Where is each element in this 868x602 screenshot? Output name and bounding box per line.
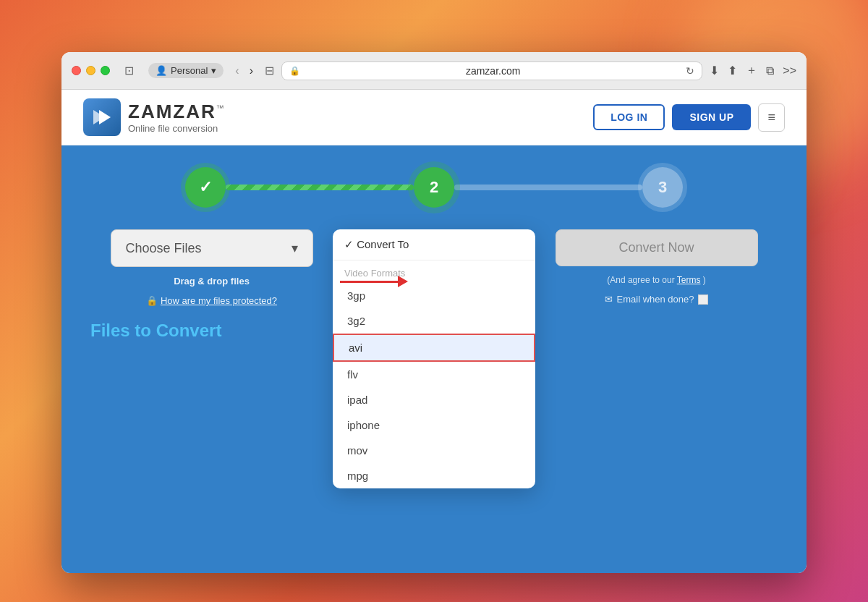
step-line-1-2 [226,185,414,190]
forward-button[interactable]: › [245,62,258,80]
traffic-lights [72,66,110,75]
site-content: ZAMZAR ™ Online file conversion LOG IN S… [61,90,807,573]
format-flv[interactable]: flv [333,362,535,387]
reader-view-button[interactable]: ⊟ [265,64,274,77]
login-button[interactable]: LOG IN [593,104,665,130]
drag-drop-text: Drag & drop files [174,276,250,287]
format-mpg[interactable]: mpg [333,463,535,488]
sidebar-toggle-button[interactable]: ⊡ [120,61,138,80]
format-iphone[interactable]: iphone [333,412,535,438]
more-icon[interactable]: >> [783,64,796,77]
reload-button[interactable]: ↻ [686,65,694,77]
convert-to-dropdown: ✓ Convert To Video Formats 3gp 3g2 avi f… [333,229,535,488]
terms-close: ) [703,275,706,285]
signup-button[interactable]: SIGN UP [672,104,751,130]
browser-window: ⊡ 👤 Personal ▾ ‹ › ⊟ 🔒 zamzar.com ↻ ⬇ ⬆ … [61,52,807,573]
format-ipad[interactable]: ipad [333,387,535,412]
arrow-line [340,281,398,283]
copy-tab-icon[interactable]: ⧉ [766,64,774,77]
terms-prefix: (And agree to our [607,275,677,285]
main-section: ✓ 2 3 Choose Files ▾ Drag & drop files 🔒 [61,145,807,573]
converter-row: Choose Files ▾ Drag & drop files 🔒 How a… [90,229,778,306]
protected-link[interactable]: 🔒 How are my files protected? [146,295,277,306]
lock-icon-small: 🔒 [146,295,158,306]
logo-name: ZAMZAR [128,101,216,123]
terms-link[interactable]: Terms [677,275,701,285]
traffic-light-green[interactable] [101,66,110,75]
profile-icon: 👤 [156,65,167,76]
lock-icon: 🔒 [289,66,300,76]
progress-area: ✓ 2 3 [90,167,778,208]
files-to-convert-highlight: Convert [156,321,222,340]
logo-icon [83,98,121,136]
svg-marker-1 [99,110,111,124]
choose-files-button[interactable]: Choose Files ▾ [111,229,313,267]
terms-text: (And agree to our Terms ) [607,275,706,285]
new-tab-icon[interactable]: ＋ [746,63,757,78]
email-row: ✉ Email when done? [605,294,709,305]
step-line-2-3 [454,185,642,190]
header-actions: LOG IN SIGN UP ≡ [593,103,785,132]
step-2-circle: 2 [414,167,454,208]
format-3g2[interactable]: 3g2 [333,308,535,334]
choose-files-section: Choose Files ▾ Drag & drop files 🔒 How a… [90,229,333,306]
back-button[interactable]: ‹ [231,62,243,80]
step-3-circle: 3 [642,167,683,208]
address-bar[interactable]: 🔒 zamzar.com ↻ [281,62,702,80]
format-avi[interactable]: avi [333,334,535,362]
email-label: Email when done? [617,294,694,305]
format-mov[interactable]: mov [333,438,535,463]
arrow-head [398,276,408,287]
logo-tm: ™ [216,103,224,112]
dropdown-header-text: ✓ Convert To [344,238,409,251]
toolbar-icons: ⬇ ⬆ ＋ ⧉ >> [710,63,796,78]
protected-link-text[interactable]: How are my files protected? [161,295,277,306]
logo-text: ZAMZAR ™ Online file conversion [128,101,224,134]
menu-button[interactable]: ≡ [758,103,785,132]
browser-titlebar: ⊡ 👤 Personal ▾ ‹ › ⊟ 🔒 zamzar.com ↻ ⬇ ⬆ … [61,52,807,90]
logo-area: ZAMZAR ™ Online file conversion [83,98,224,136]
choose-files-label: Choose Files [126,241,202,256]
profile-pill[interactable]: 👤 Personal ▾ [148,63,224,78]
nav-arrows: ‹ › [231,62,258,80]
logo-subtitle: Online file conversion [128,123,224,134]
dropdown-header: ✓ Convert To [333,229,535,260]
convert-now-section: Convert Now (And agree to our Terms ) ✉ … [535,229,778,305]
download-icon[interactable]: ⬇ [710,64,719,77]
step-1-circle: ✓ [185,167,226,208]
profile-chevron: ▾ [211,65,216,76]
convert-now-button[interactable]: Convert Now [556,229,758,266]
url-text: zamzar.com [305,65,681,77]
email-icon: ✉ [605,294,613,305]
profile-label: Personal [171,65,208,76]
traffic-light-red[interactable] [72,66,81,75]
site-header: ZAMZAR ™ Online file conversion LOG IN S… [61,90,807,145]
traffic-light-yellow[interactable] [86,66,95,75]
files-to-convert-prefix: Files to [90,321,156,340]
red-arrow [340,276,408,287]
choose-files-arrow-icon: ▾ [292,240,298,256]
share-icon[interactable]: ⬆ [728,64,737,77]
email-checkbox[interactable] [698,294,708,305]
